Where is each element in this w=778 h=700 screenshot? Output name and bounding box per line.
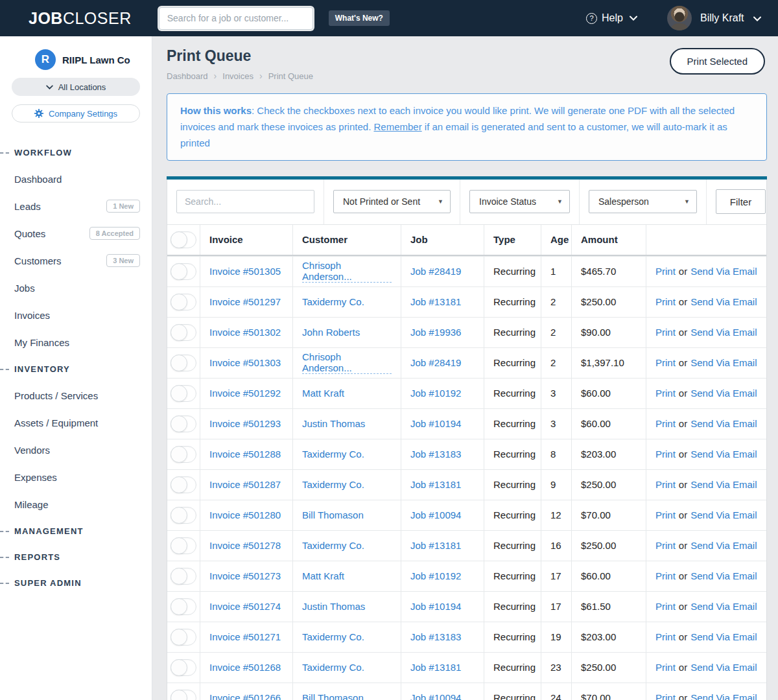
company-settings-button[interactable]: Company Settings — [12, 104, 140, 122]
sidebar-item-jobs[interactable]: Jobs — [0, 274, 152, 301]
row-select-toggle[interactable] — [171, 324, 196, 341]
invoice-link[interactable]: Invoice #501297 — [209, 296, 281, 307]
job-link[interactable]: Job #10192 — [410, 388, 461, 399]
sidebar-item-my-finances[interactable]: My Finances — [0, 329, 152, 356]
print-link[interactable]: Print — [655, 418, 676, 429]
job-link[interactable]: Job #13183 — [410, 631, 461, 642]
send-via-email-link[interactable]: Send Via Email — [690, 449, 757, 460]
send-via-email-link[interactable]: Send Via Email — [690, 601, 757, 612]
print-link[interactable]: Print — [655, 662, 676, 673]
sidebar-item-vendors[interactable]: Vendors — [0, 436, 152, 463]
row-select-toggle[interactable] — [171, 598, 196, 615]
send-via-email-link[interactable]: Send Via Email — [690, 327, 757, 338]
row-select-toggle[interactable] — [171, 659, 196, 676]
customer-link[interactable]: Taxidermy Co. — [302, 662, 364, 673]
nav-section-inventory[interactable]: INVENTORY — [0, 356, 152, 382]
job-link[interactable]: Job #10094 — [410, 509, 461, 520]
job-link[interactable]: Job #10194 — [410, 601, 461, 612]
row-select-toggle[interactable] — [171, 507, 196, 524]
nav-section-workflow[interactable]: WORKFLOW — [0, 139, 152, 165]
customer-link[interactable]: Taxidermy Co. — [302, 540, 364, 551]
send-via-email-link[interactable]: Send Via Email — [690, 692, 757, 700]
sidebar-item-expenses[interactable]: Expenses — [0, 463, 152, 491]
print-link[interactable]: Print — [655, 540, 676, 551]
sidebar-item-quotes[interactable]: Quotes8 Accepted — [0, 220, 152, 247]
breadcrumb-item[interactable]: Dashboard — [167, 71, 208, 81]
print-link[interactable]: Print — [655, 357, 676, 368]
printed-status-select[interactable]: Not Printed or Sent ▼ — [333, 190, 451, 213]
user-menu[interactable]: Billy Kraft — [700, 12, 761, 24]
app-logo[interactable]: JOBCLOSER — [29, 9, 132, 28]
row-select-toggle[interactable] — [171, 629, 196, 646]
row-select-toggle[interactable] — [171, 476, 196, 493]
send-via-email-link[interactable]: Send Via Email — [690, 357, 757, 368]
job-link[interactable]: Job #19936 — [410, 327, 461, 338]
job-link[interactable]: Job #13183 — [410, 449, 461, 460]
company-header[interactable]: R RIIPL Lawn Co — [0, 36, 152, 70]
global-search-input[interactable] — [159, 7, 313, 30]
send-via-email-link[interactable]: Send Via Email — [690, 540, 757, 551]
row-select-toggle[interactable] — [171, 537, 196, 554]
customer-link[interactable]: Matt Kraft — [302, 388, 344, 399]
select-all-toggle[interactable] — [171, 231, 196, 248]
nav-section-management[interactable]: MANAGEMENT — [0, 518, 152, 544]
print-link[interactable]: Print — [655, 266, 676, 277]
print-link[interactable]: Print — [655, 449, 676, 460]
info-remember-link[interactable]: Remember — [373, 121, 421, 132]
send-via-email-link[interactable]: Send Via Email — [690, 418, 757, 429]
send-via-email-link[interactable]: Send Via Email — [690, 296, 757, 307]
print-link[interactable]: Print — [655, 388, 676, 399]
customer-link[interactable]: John Roberts — [302, 327, 360, 338]
filter-button[interactable]: Filter — [716, 189, 766, 214]
sidebar-item-mileage[interactable]: Mileage — [0, 491, 152, 518]
sidebar-item-invoices[interactable]: Invoices — [0, 301, 152, 329]
row-select-toggle[interactable] — [171, 385, 196, 402]
sidebar-item-customers[interactable]: Customers3 New — [0, 247, 152, 274]
job-link[interactable]: Job #10192 — [410, 570, 461, 581]
send-via-email-link[interactable]: Send Via Email — [690, 570, 757, 581]
user-avatar[interactable] — [667, 6, 692, 30]
job-link[interactable]: Job #10194 — [410, 418, 461, 429]
invoice-link[interactable]: Invoice #501288 — [209, 449, 281, 460]
customer-link[interactable]: Taxidermy Co. — [302, 449, 364, 460]
invoice-link[interactable]: Invoice #501274 — [209, 601, 281, 612]
invoice-link[interactable]: Invoice #501271 — [209, 631, 281, 642]
job-link[interactable]: Job #13181 — [410, 540, 461, 551]
print-link[interactable]: Print — [655, 479, 676, 490]
invoice-link[interactable]: Invoice #501268 — [209, 662, 281, 673]
invoice-link[interactable]: Invoice #501278 — [209, 540, 281, 551]
send-via-email-link[interactable]: Send Via Email — [690, 388, 757, 399]
invoice-link[interactable]: Invoice #501303 — [209, 357, 281, 368]
salesperson-select[interactable]: Salesperson ▼ — [589, 190, 697, 213]
print-link[interactable]: Print — [655, 631, 676, 642]
print-link[interactable]: Print — [655, 692, 676, 700]
customer-link[interactable]: Taxidermy Co. — [302, 296, 364, 307]
nav-section-super-admin[interactable]: SUPER ADMIN — [0, 570, 152, 596]
row-select-toggle[interactable] — [171, 446, 196, 463]
job-link[interactable]: Job #13181 — [410, 296, 461, 307]
send-via-email-link[interactable]: Send Via Email — [690, 509, 757, 520]
print-link[interactable]: Print — [655, 296, 676, 307]
customer-link[interactable]: Bill Thomason — [302, 692, 364, 700]
customer-link[interactable]: Chrisoph Anderson... — [302, 351, 392, 374]
send-via-email-link[interactable]: Send Via Email — [690, 662, 757, 673]
job-link[interactable]: Job #13181 — [410, 662, 461, 673]
send-via-email-link[interactable]: Send Via Email — [690, 266, 757, 277]
row-select-toggle[interactable] — [171, 294, 196, 310]
row-select-toggle[interactable] — [171, 263, 196, 280]
invoice-link[interactable]: Invoice #501302 — [209, 327, 281, 338]
customer-link[interactable]: Justin Thomas — [302, 418, 365, 429]
invoice-link[interactable]: Invoice #501280 — [209, 509, 281, 520]
nav-section-reports[interactable]: REPORTS — [0, 544, 152, 570]
sidebar-item-leads[interactable]: Leads1 New — [0, 192, 152, 220]
customer-link[interactable]: Taxidermy Co. — [302, 631, 364, 642]
invoice-link[interactable]: Invoice #501292 — [209, 388, 281, 399]
row-select-toggle[interactable] — [171, 690, 196, 700]
invoice-link[interactable]: Invoice #501305 — [209, 266, 281, 277]
job-link[interactable]: Job #10094 — [410, 692, 461, 700]
print-link[interactable]: Print — [655, 509, 676, 520]
customer-link[interactable]: Taxidermy Co. — [302, 479, 364, 490]
sidebar-item-dashboard[interactable]: Dashboard — [0, 165, 152, 192]
row-select-toggle[interactable] — [171, 415, 196, 432]
row-select-toggle[interactable] — [171, 568, 196, 585]
